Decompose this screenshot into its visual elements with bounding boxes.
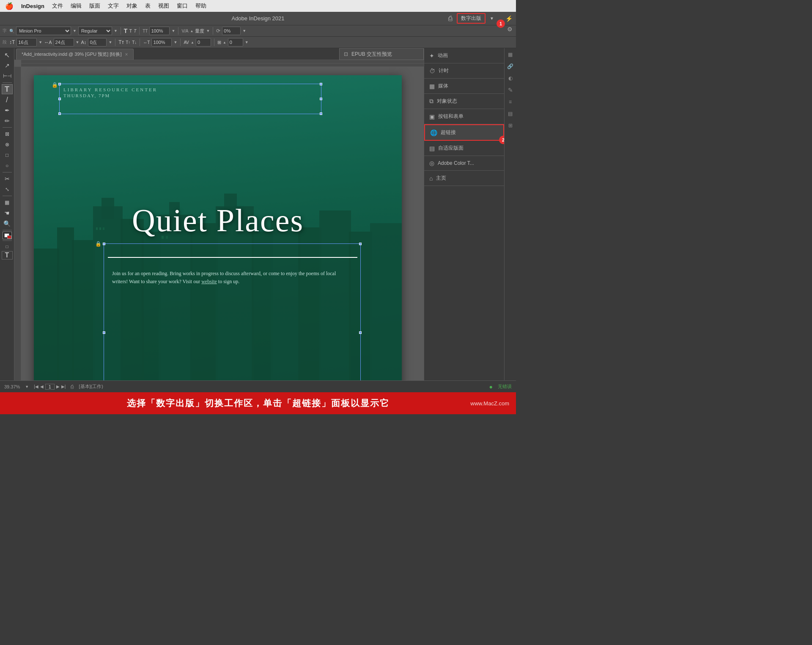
menubar-edit[interactable]: 编辑 [71,2,82,10]
menubar-file[interactable]: 文件 [52,2,63,10]
wordspace-icon: ⊞ [217,40,221,45]
chevron-zoom-icon[interactable]: ▼ [25,385,29,389]
far-right-icon-7[interactable]: ⊞ [506,121,515,130]
ellipse-frame-tool[interactable]: ⊗ [2,139,13,150]
far-right-icon-1[interactable]: ▦ [506,50,515,59]
timer-label: 计时 [439,67,449,74]
poster-title: Quiet Places [34,202,402,239]
apple-menu[interactable]: 🍎 [5,2,14,10]
app-title: Adobe InDesign 2021 [231,15,284,22]
chevron-down-icon[interactable]: ▼ [490,16,494,21]
document-page: LIBRARY RESOURCE CENTER THURSDAY, 7PM 🔒 [34,75,402,402]
media-panel[interactable]: ▦ 媒体 [424,79,504,94]
far-right-icon-4[interactable]: ✎ [506,85,515,95]
nav-first-icon[interactable]: |◀ [34,384,38,389]
kern-input[interactable] [196,38,211,46]
chevron-ws-icon[interactable]: ▼ [245,40,249,44]
animation-panel[interactable]: ✦ 动画 [424,48,504,63]
object-state-panel[interactable]: ⧉ 对象状态 [424,94,504,109]
gradient-tool[interactable]: ▦ [2,197,13,208]
chevron-font-icon[interactable]: ▼ [73,29,77,33]
ellipse-tool[interactable]: ○ [2,161,13,171]
menubar-table[interactable]: 表 [145,2,151,10]
upload-icon[interactable]: ⎙ [71,384,74,390]
far-right-icon-6[interactable]: ▤ [506,109,515,118]
scissors-tool[interactable]: ✂ [2,174,13,184]
status-dot: ● [489,383,493,390]
media-label: 媒体 [438,82,448,90]
hscale-input[interactable] [151,38,172,46]
home-panel[interactable]: ⌂ 主页 [424,171,504,186]
timer-panel[interactable]: ⏱ 计时 [424,63,504,79]
buttons-forms-label: 按钮和表单 [438,113,464,120]
zoom-tool[interactable]: 🔍 [2,219,13,229]
normal-mode[interactable]: □ [2,242,13,251]
share-icon[interactable]: ⎙ [448,15,453,22]
selection-tool[interactable]: ↖ [2,50,13,60]
chevron-lh-icon[interactable]: ▼ [38,40,42,44]
animation-icon: ✦ [429,52,434,59]
page-number-input[interactable] [45,384,55,390]
font-size-input[interactable] [149,27,170,35]
tab-close-icon[interactable]: × [125,52,128,57]
rect-frame-tool[interactable]: ⊠ [2,129,13,139]
nav-next-icon[interactable]: ▶ [56,384,60,389]
nav-last-icon[interactable]: ▶| [61,384,66,389]
far-right-icon-5[interactable]: ≡ [506,97,515,107]
adobe-color-icon: ◎ [429,160,434,167]
text-frame-tool2[interactable]: T [2,251,13,260]
page-nav: |◀ ◀ ▶ ▶| [34,384,66,390]
transform-tool[interactable]: ⤡ [2,184,13,194]
line-tool[interactable]: / [2,95,13,105]
hyperlinks-panel[interactable]: 🌐 超链接 2 [424,124,504,141]
pen-tool[interactable]: ✒ [2,105,13,115]
gear-icon[interactable]: ⚙ [507,26,513,33]
adobe-color-panel[interactable]: ◎ Adobe Color T... [424,156,504,171]
far-right-icon-2[interactable]: 🔗 [506,62,515,71]
buttons-forms-panel[interactable]: ▣ 按钮和表单 [424,109,504,124]
font-name-select[interactable]: Minion Pro [16,27,71,35]
adaptive-layout-panel[interactable]: ▤ 自适应版面 [424,141,504,156]
menubar-indesign[interactable]: InDesign [21,3,44,9]
hand-tool[interactable]: ☚ [2,208,13,218]
menubar-window[interactable]: 窗口 [177,2,188,10]
digital-pub-button[interactable]: 数字出版 [457,13,486,24]
menubar-object[interactable]: 对象 [126,2,137,10]
gap-tool[interactable]: ⊢⊣ [2,71,13,81]
text-tool[interactable]: T [2,84,13,94]
liang-du-label[interactable]: 量度 [195,28,204,34]
adobe-color-label: Adobe Color T... [438,160,474,166]
document-tab[interactable]: *Add_interactivity.indd @ 39% [GPU 预览] [… [16,49,134,60]
kern-up-icon: ▲ [191,41,194,44]
fill-color[interactable] [3,232,12,239]
nav-prev-icon[interactable]: ◀ [40,384,44,389]
wordspace-input[interactable] [228,38,243,46]
lock-icon-2: 🔒 [95,241,102,247]
media-icon: ▦ [429,83,435,90]
adaptive-layout-label: 自适应版面 [438,145,464,152]
chevron-size-icon[interactable]: ▼ [171,29,175,33]
pencil-tool[interactable]: ✏ [2,116,13,126]
menubar-text[interactable]: 文字 [108,2,119,10]
menubar-layout[interactable]: 版面 [89,2,100,10]
line-height-input[interactable] [16,38,37,46]
rotation-input[interactable] [222,27,241,35]
chevron-rotate-icon[interactable]: ▼ [242,29,246,33]
chevron-style-icon[interactable]: ▼ [114,29,118,33]
menubar-help[interactable]: 帮助 [195,2,206,10]
hyperlinks-label: 超链接 [441,129,456,136]
zoom-level[interactable]: 39.37% [4,384,20,389]
rect-tool[interactable]: □ [2,150,13,160]
menubar-view[interactable]: 视图 [158,2,169,10]
chevron-track-icon[interactable]: ▼ [76,40,80,44]
object-state-label: 对象状态 [437,98,457,105]
chevron-base-icon[interactable]: ▼ [108,40,112,44]
chevron-hscale-icon[interactable]: ▼ [173,40,177,44]
tracking-input[interactable] [54,38,74,46]
chevron-liangdu-icon[interactable]: ▼ [206,29,210,33]
direct-select-tool[interactable]: ↗ [2,60,13,71]
font-style-select[interactable]: Regular [78,27,112,35]
baseline-input[interactable] [88,38,107,46]
lightning-icon[interactable]: ⚡ [505,15,513,22]
far-right-icon-3[interactable]: ◐ [506,74,515,83]
